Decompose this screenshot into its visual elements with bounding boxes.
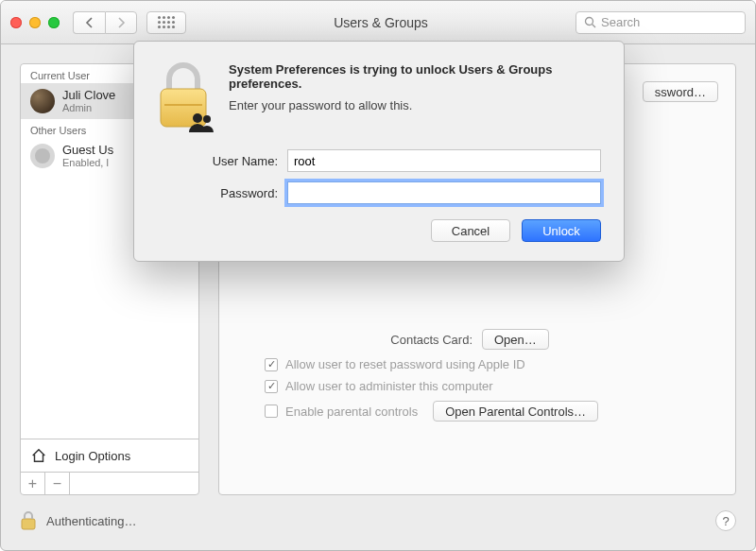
password-label: Password: [155, 186, 278, 200]
avatar-guest [30, 144, 55, 168]
dialog-subtitle: Enter your password to allow this. [229, 98, 601, 112]
house-icon [30, 447, 47, 464]
guest-name: Guest Us [62, 144, 113, 157]
checkbox-checked-icon: ✓ [265, 380, 278, 393]
login-options[interactable]: Login Options [21, 439, 198, 472]
svg-point-6 [203, 115, 211, 123]
titlebar: Users & Groups Search [1, 1, 755, 44]
users-badge-icon [187, 112, 215, 132]
allow-reset-password-row[interactable]: ✓ Allow user to reset password using App… [265, 357, 718, 371]
nav-group [73, 11, 137, 34]
svg-point-0 [586, 18, 593, 26]
auth-form: User Name: Password: [155, 149, 601, 204]
auth-dialog: System Preferences is trying to unlock U… [133, 41, 625, 262]
allow-administer-row[interactable]: ✓ Allow user to administer this computer [265, 379, 718, 393]
username-label: User Name: [155, 154, 278, 168]
footer: Authenticating… ? [20, 495, 736, 531]
system-preferences-window: Users & Groups Search Current User Juli … [0, 0, 756, 551]
contacts-card-label: Contacts Card: [236, 333, 472, 347]
parental-label: Enable parental controls [285, 405, 418, 419]
remove-user-button[interactable]: − [45, 473, 70, 494]
close-window-button[interactable] [10, 17, 22, 28]
guest-sub: Enabled, l [62, 157, 113, 168]
login-options-label: Login Options [55, 449, 130, 463]
svg-rect-2 [22, 519, 35, 529]
back-button[interactable] [73, 11, 105, 34]
lock-large-icon [155, 62, 212, 130]
svg-rect-4 [164, 104, 202, 106]
help-button[interactable]: ? [715, 510, 736, 531]
search-placeholder: Search [601, 15, 640, 29]
user-options: Contacts Card: Open… ✓ Allow user to res… [236, 329, 718, 422]
current-user-name: Juli Clove [62, 89, 115, 102]
search-icon [584, 16, 596, 28]
chevron-left-icon [85, 17, 94, 28]
svg-point-5 [193, 113, 202, 123]
avatar [30, 89, 55, 113]
search-field[interactable]: Search [576, 11, 746, 34]
lock-icon[interactable] [20, 510, 37, 531]
show-all-button[interactable] [146, 11, 186, 34]
checkbox-checked-icon: ✓ [265, 358, 278, 371]
checkbox-unchecked-icon[interactable] [265, 405, 278, 418]
password-input[interactable] [287, 181, 601, 204]
open-parental-controls-button[interactable]: Open Parental Controls… [433, 401, 598, 422]
open-contacts-button[interactable]: Open… [482, 329, 549, 350]
username-input[interactable] [287, 149, 601, 172]
add-user-button[interactable]: + [21, 473, 45, 494]
window-controls [10, 17, 60, 28]
grid-icon [158, 16, 175, 28]
parental-controls-row: Enable parental controls Open Parental C… [265, 401, 718, 422]
current-user-role: Admin [62, 102, 115, 113]
footer-status: Authenticating… [46, 514, 136, 528]
dialog-title: System Preferences is trying to unlock U… [229, 62, 601, 91]
svg-line-1 [593, 25, 596, 28]
allow-admin-label: Allow user to administer this computer [285, 379, 493, 393]
chevron-right-icon [117, 17, 126, 28]
zoom-window-button[interactable] [48, 17, 60, 28]
change-password-button[interactable]: ssword… [643, 81, 718, 102]
minimize-window-button[interactable] [29, 17, 41, 28]
unlock-button[interactable]: Unlock [522, 219, 601, 242]
cancel-button[interactable]: Cancel [431, 219, 510, 242]
add-remove-bar: + − [21, 472, 198, 494]
allow-reset-label: Allow user to reset password using Apple… [285, 357, 525, 371]
forward-button[interactable] [105, 11, 137, 34]
window-title: Users & Groups [186, 15, 576, 30]
